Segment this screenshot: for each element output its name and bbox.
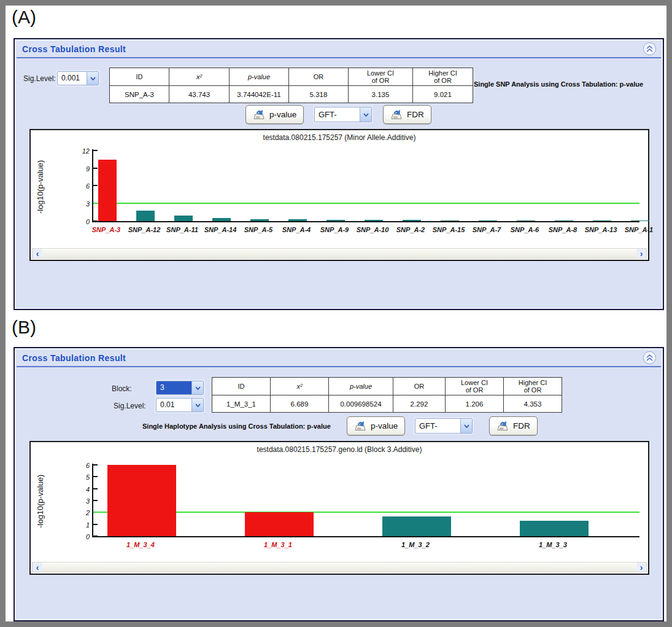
significance-threshold-line (93, 203, 639, 204)
cell-chisq: 43.743 (169, 86, 230, 103)
y-axis-tick (93, 464, 98, 465)
plot-area: 0123456 (92, 464, 639, 537)
y-axis-tick-label: 2 (75, 509, 90, 516)
block-value: 3 (156, 381, 191, 394)
bar-SNP_A-11 (174, 216, 193, 221)
y-axis-tick (93, 488, 98, 489)
chevron-down-icon (87, 72, 98, 85)
col-header-lower-ci: Lower CI of OR (349, 68, 413, 86)
fdr-export-button[interactable]: FDR (489, 416, 538, 435)
scroll-left-icon[interactable]: ‹ (33, 563, 42, 572)
cell-higher-ci: 4.353 (504, 395, 562, 413)
y-axis-tick-label: 9 (75, 165, 90, 173)
fdr-button-label: FDR (513, 421, 530, 430)
table-row: 1_M_3_1 6.689 0.009698524 2.292 1.206 4.… (212, 395, 562, 413)
x-axis-label-1_M_3_2: 1_M_3_2 (401, 541, 430, 548)
haplotype-pvalue-chart: testdata.080215.175257.geno.ld (Block 3.… (29, 441, 649, 575)
chart-title: testdata.080215.175257.geno.ld (Block 3.… (31, 445, 648, 454)
bar-1_M_3_4 (107, 465, 176, 536)
analysis-caption: Single SNP Analysis using Cross Tabulati… (474, 80, 643, 88)
y-axis-tick (93, 500, 98, 501)
y-axis-label: -log10(p-value) (36, 461, 45, 542)
collapse-panel-button[interactable] (643, 351, 656, 364)
bar-SNP_A-15 (441, 220, 459, 222)
sig-level-select[interactable]: 0.001 (57, 71, 99, 85)
analysis-caption: Single Haplotype Analysis using Cross Ta… (142, 423, 331, 430)
pvalue-export-button[interactable]: p-value (245, 105, 304, 124)
y-axis-label: -log10(p-value) (36, 146, 45, 227)
bar-SNP_A-3 (98, 160, 117, 221)
chevron-down-icon (191, 399, 203, 411)
title-divider (17, 366, 661, 367)
fdr-export-button[interactable]: FDR (383, 105, 431, 124)
bar-SNP_A-12 (136, 211, 155, 221)
collapse-panel-button[interactable] (643, 42, 656, 55)
y-axis-tick (93, 185, 98, 186)
y-axis-tick (93, 150, 98, 151)
bar-SNP_A-8 (555, 220, 573, 222)
scroll-right-icon[interactable]: › (636, 249, 646, 258)
export-icon (390, 109, 403, 120)
x-axis-label-SNP_A-5: SNP_A-5 (244, 226, 272, 233)
x-axis-label-SNP_A-7: SNP_A-7 (473, 226, 501, 233)
gft-pvalue-value: GFT-pvalue (415, 419, 460, 433)
y-axis-tick (93, 220, 98, 222)
block-label: Block: (112, 384, 132, 393)
gft-pvalue-select[interactable]: GFT-pvalue (415, 418, 473, 434)
y-axis-tick-label: 1 (75, 521, 90, 529)
y-axis-tick (93, 535, 98, 537)
sig-level-label: Sig.Level: (23, 74, 56, 83)
snp-pvalue-chart: testdata.080215.175257 (Minor Allele.Add… (29, 129, 649, 261)
pvalue-export-button[interactable]: p-value (347, 416, 405, 435)
figure-label-a: (A) (12, 7, 36, 28)
bar-SNP_A-5 (250, 219, 269, 221)
cell-id: SNP_A-3 (110, 86, 169, 103)
fdr-button-label: FDR (407, 110, 424, 119)
x-axis-label-1_M_3_3: 1_M_3_3 (539, 541, 567, 548)
x-axis-label-SNP_A-9: SNP_A-9 (320, 226, 349, 233)
x-axis-label-SNP_A-12: SNP_A-12 (128, 226, 161, 233)
scroll-left-icon[interactable]: ‹ (33, 249, 42, 258)
bar-SNP_A-14 (212, 218, 231, 221)
title-divider (17, 57, 661, 58)
y-axis-tick (93, 476, 98, 477)
chart-title: testdata.080215.175257 (Minor Allele.Add… (31, 133, 648, 142)
scroll-right-icon[interactable]: › (636, 563, 646, 572)
result-table: ID x² p-value OR Lower CI of OR Higher C… (212, 377, 562, 413)
col-header-id: ID (212, 378, 271, 395)
bar-SNP_A-13 (593, 220, 611, 222)
chart-horizontal-scrollbar[interactable]: ‹ › (32, 248, 647, 259)
x-axis-label-SNP_A-8: SNP_A-8 (549, 226, 577, 233)
bar-1_M_3_3 (520, 521, 589, 536)
table-row: SNP_A-3 43.743 3.744042E-11 5.318 3.135 … (110, 86, 473, 103)
x-axis-label-SNP_A-10: SNP_A-10 (357, 226, 389, 233)
bar-1_M_3_1 (245, 512, 314, 536)
col-header-higher-ci: Higher CI of OR (413, 68, 473, 86)
x-axis-label-SNP_A-11: SNP_A-11 (166, 226, 198, 233)
sig-level-select[interactable]: 0.01 (156, 398, 204, 412)
col-header-chisq: x² (271, 378, 329, 395)
cell-or: 5.318 (289, 86, 349, 103)
export-icon (354, 421, 366, 431)
cell-pvalue: 0.009698524 (329, 395, 393, 413)
x-axis-label-SNP_A-6: SNP_A-6 (511, 226, 539, 233)
chart-horizontal-scrollbar[interactable]: ‹ › (32, 562, 647, 572)
figure-label-b: (B) (12, 317, 36, 338)
col-header-id: ID (110, 68, 169, 86)
double-chevron-up-icon (646, 354, 653, 361)
x-axis-label-SNP_A-2: SNP_A-2 (396, 226, 425, 233)
sig-level-value: 0.001 (58, 72, 87, 85)
export-icon (496, 421, 509, 431)
bar-SNP_A-7 (479, 220, 497, 222)
bar-SNP_A-2 (403, 220, 421, 221)
x-axis-label-1_M_3_1: 1_M_3_1 (264, 541, 292, 548)
gft-pvalue-select[interactable]: GFT-pvalue (314, 107, 372, 122)
y-axis-tick-label: 4 (75, 486, 90, 493)
cross-tabulation-panel-a: Cross Tabulation Result Sig.Level: 0.001… (14, 38, 664, 310)
col-header-lower-ci: Lower CI of OR (446, 378, 504, 395)
plot-area: 036912 (92, 149, 639, 222)
block-select[interactable]: 3 (156, 381, 204, 395)
panel-title: Cross Tabulation Result (22, 44, 126, 54)
x-axis-label-SNP_A-4: SNP_A-4 (282, 226, 311, 233)
x-axis-label-SNP_A-3: SNP_A-3 (92, 226, 120, 233)
